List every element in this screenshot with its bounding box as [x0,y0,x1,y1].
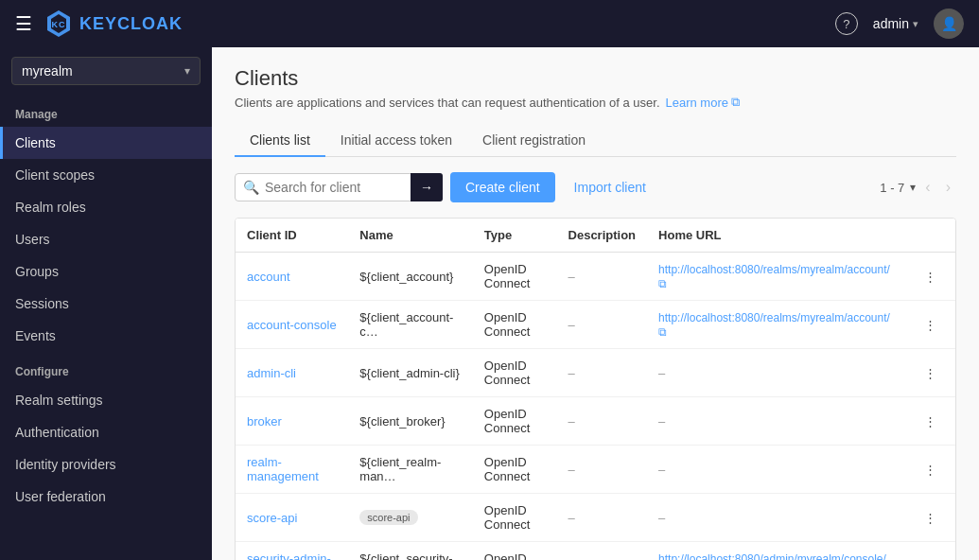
hamburger-icon[interactable]: ☰ [15,12,32,35]
sidebar-item-authentication[interactable]: Authentication [0,416,212,448]
pagination-range: 1 - 7 ▾ [880,181,916,195]
sidebar-users-label: Users [15,232,50,247]
client-id-link[interactable]: account-console [247,318,337,332]
col-name: Name [348,219,473,253]
sidebar-item-user-federation[interactable]: User federation [0,481,212,513]
sidebar-item-users[interactable]: Users [0,223,212,255]
sidebar-item-identity-providers[interactable]: Identity providers [0,448,212,481]
sidebar-client-scopes-label: Client scopes [15,167,95,183]
cell-name: score-api [348,494,473,542]
cell-name: ${client_admin-cli} [348,349,473,397]
row-actions-button[interactable]: ⋮ [917,314,944,336]
cell-client-id: realm-management [236,446,348,494]
svg-text:KC: KC [52,20,66,29]
client-id-link[interactable]: admin-cli [247,366,296,380]
sidebar-realm-settings-label: Realm settings [15,393,103,408]
client-id-link[interactable]: realm-management [247,455,319,483]
home-url-link[interactable]: http://localhost:8080/realms/myrealm/acc… [658,263,890,290]
tab-clients-list[interactable]: Clients list [235,125,325,157]
page-title: Clients [235,66,956,91]
col-client-id: Client ID [236,219,348,253]
admin-menu[interactable]: admin ▾ [873,16,918,31]
topbar: ☰ KC KEYCLOAK ? admin ▾ 👤 [0,0,979,47]
client-id-link[interactable]: security-admin-console [247,551,331,560]
sidebar-item-client-scopes[interactable]: Client scopes [0,159,212,191]
cell-home-url: – [647,397,905,446]
configure-section-label: Configure [0,352,212,384]
page-subtitle: Clients are applications and services th… [235,95,956,110]
sidebar-item-realm-roles[interactable]: Realm roles [0,191,212,223]
cell-description: – [557,542,648,561]
page-subtitle-text: Clients are applications and services th… [235,96,660,110]
logo-icon: KC [44,9,74,39]
cell-home-url: http://localhost:8080/realms/myrealm/acc… [647,253,905,301]
sidebar-item-realm-settings[interactable]: Realm settings [0,384,212,416]
sidebar-item-sessions[interactable]: Sessions [0,288,212,320]
pagination-prev-button[interactable]: ‹ [919,175,935,200]
cell-type: OpenID Connect [473,397,557,446]
cell-description: – [557,253,648,301]
logo: KC KEYCLOAK [44,9,183,39]
sidebar-item-events[interactable]: Events [0,320,212,352]
row-actions-button[interactable]: ⋮ [917,555,944,561]
search-icon: 🔍 [243,180,259,195]
sidebar-groups-label: Groups [15,264,59,279]
cell-actions: ⋮ [905,446,955,494]
layout: myrealm ▾ Manage Clients Client scopes R… [0,47,979,560]
table-header: Client ID Name Type Description Home URL [236,219,955,253]
cell-name: ${client_security-a… [348,542,473,561]
toolbar: 🔍 → Create client Import client 1 - 7 ▾ … [235,172,956,202]
cell-type: OpenID Connect [473,253,557,301]
help-button[interactable]: ? [835,12,858,35]
cell-client-id: account [236,253,348,301]
sidebar-item-clients[interactable]: Clients [0,127,212,159]
pagination-next-button[interactable]: › [940,175,956,200]
cell-type: OpenID Connect [473,446,557,494]
row-actions-button[interactable]: ⋮ [917,459,944,481]
sidebar-realm-roles-label: Realm roles [15,200,86,215]
realm-selector[interactable]: myrealm ▾ [11,57,201,85]
pagination-chevron-icon[interactable]: ▾ [910,181,916,194]
cell-name: ${client_account} [348,253,473,301]
row-actions-button[interactable]: ⋮ [917,266,944,288]
learn-more-link[interactable]: Learn more ⧉ [666,95,740,110]
realm-name: myrealm [22,63,73,79]
col-description: Description [557,219,648,253]
sidebar-user-federation-label: User federation [15,489,106,504]
cell-description: – [557,446,648,494]
table-row: account-console${client_account-c…OpenID… [236,301,955,349]
sidebar: myrealm ▾ Manage Clients Client scopes R… [0,47,212,560]
learn-more-label: Learn more [666,96,728,110]
admin-arrow-icon: ▾ [913,18,918,30]
client-id-link[interactable]: score-api [247,511,297,525]
tab-initial-access-token[interactable]: Initial access token [325,125,467,157]
table-row: broker${client_broker}OpenID Connect––⋮ [236,397,955,446]
cell-home-url: http://localhost:8080/admin/myrealm/cons… [647,542,905,561]
table-row: admin-cli${client_admin-cli}OpenID Conne… [236,349,955,397]
row-actions-button[interactable]: ⋮ [917,507,944,529]
cell-actions: ⋮ [905,253,955,301]
table-row: score-apiscore-apiOpenID Connect––⋮ [236,494,955,542]
cell-home-url: – [647,494,905,542]
search-go-button[interactable]: → [411,173,443,201]
home-url-link[interactable]: http://localhost:8080/realms/myrealm/acc… [658,311,890,339]
cell-client-id: broker [236,397,348,446]
client-id-link[interactable]: broker [247,414,282,429]
external-link-icon: ⧉ [731,95,740,110]
sidebar-identity-providers-label: Identity providers [15,457,116,472]
cell-name: ${client_realm-man… [348,446,473,494]
client-id-link[interactable]: account [247,270,290,284]
tab-client-registration[interactable]: Client registration [467,125,601,157]
avatar[interactable]: 👤 [934,9,964,39]
create-client-button[interactable]: Create client [450,172,555,202]
home-url-link[interactable]: http://localhost:8080/admin/myrealm/cons… [658,552,886,560]
cell-description: – [557,349,648,397]
row-actions-button[interactable]: ⋮ [917,411,944,432]
col-type: Type [473,219,557,253]
row-actions-button[interactable]: ⋮ [917,362,944,384]
cell-home-url: http://localhost:8080/realms/myrealm/acc… [647,301,905,349]
cell-actions: ⋮ [905,349,955,397]
sidebar-item-groups[interactable]: Groups [0,255,212,288]
search-input[interactable] [265,174,405,201]
import-client-button[interactable]: Import client [563,172,657,202]
